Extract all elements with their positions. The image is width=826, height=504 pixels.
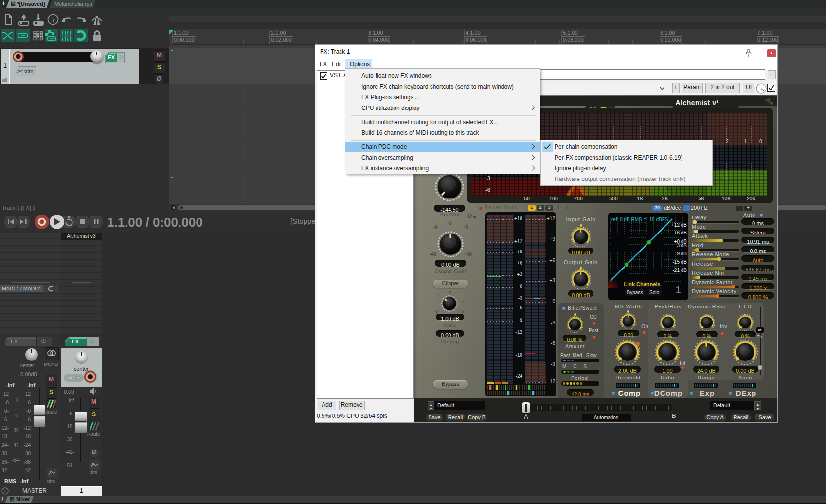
- svg-text:i: i: [52, 16, 54, 23]
- svg-text:i: i: [4, 488, 6, 494]
- svg-text:⚙: ⚙: [770, 101, 773, 106]
